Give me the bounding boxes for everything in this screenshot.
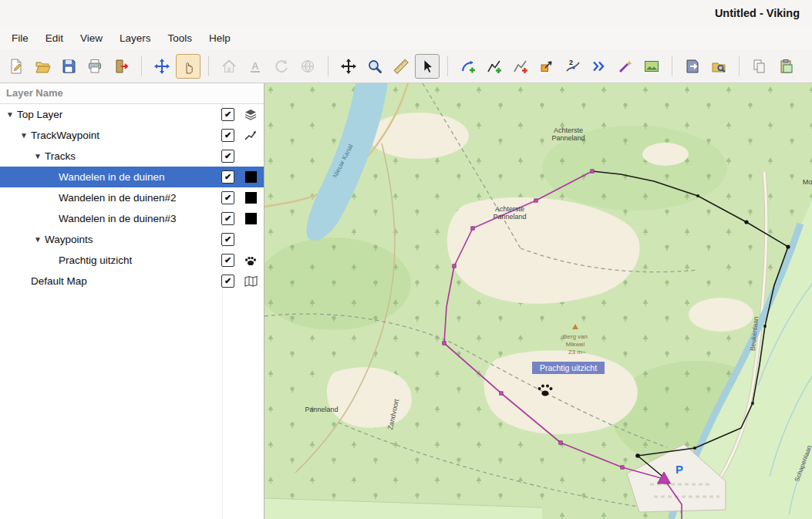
layer-row-default-map[interactable]: Default Map ✔: [0, 271, 264, 292]
goto-location-button[interactable]: A: [243, 54, 268, 79]
create-track-button[interactable]: [482, 54, 507, 79]
menu-tools[interactable]: Tools: [160, 29, 201, 47]
menu-help[interactable]: Help: [200, 29, 239, 47]
svg-text:2: 2: [569, 59, 573, 66]
toolbar-separator: [208, 56, 209, 76]
visibility-checkbox[interactable]: ✔: [221, 191, 234, 204]
svg-text:Panneland: Panneland: [305, 406, 338, 413]
ruler-tool-button[interactable]: [389, 54, 413, 79]
click-mode-button[interactable]: [176, 54, 200, 79]
titlebar: Untitled - Viking: [0, 0, 812, 26]
show-picture-button[interactable]: [587, 54, 612, 79]
layer-row-tracks[interactable]: ▼ Tracks ✔: [0, 146, 264, 167]
print-button[interactable]: [83, 54, 107, 79]
expander-icon[interactable]: ▼: [31, 235, 45, 244]
track-color-swatch: [241, 192, 260, 204]
create-waypoint-icon: [460, 58, 477, 75]
expander-icon[interactable]: ▼: [3, 110, 17, 119]
paw-icon: [241, 254, 260, 267]
layer-row-prachtig-uitzicht[interactable]: Prachtig uitzicht ✔: [0, 250, 264, 271]
visibility-checkbox[interactable]: ✔: [221, 150, 234, 163]
toolbar-separator: [328, 56, 329, 76]
print-icon: [86, 58, 103, 75]
magic-wand-icon: [617, 58, 634, 75]
layer-label: Tracks: [45, 150, 76, 162]
visibility-checkbox[interactable]: ✔: [221, 212, 234, 225]
menu-edit[interactable]: Edit: [37, 29, 72, 47]
pan-mode-button[interactable]: [150, 54, 174, 79]
layers-tree: ▼ Top Layer ✔ ▼ TrackWaypoint ✔: [0, 104, 264, 292]
toolbar-separator: [672, 56, 672, 76]
copy-button[interactable]: [747, 54, 772, 79]
new-button[interactable]: [4, 54, 29, 79]
home-icon: [221, 58, 238, 75]
edit-waypoint-button[interactable]: [534, 54, 559, 79]
hand-pointer-icon: [180, 58, 197, 75]
layer-label: Wandelen in de duinen#2: [59, 192, 177, 204]
visibility-checkbox[interactable]: ✔: [221, 254, 234, 267]
visibility-checkbox[interactable]: ✔: [221, 108, 234, 121]
map-area[interactable]: P: [264, 83, 812, 519]
layer-label: TrackWaypoint: [31, 130, 99, 141]
layer-row-trackwaypoint[interactable]: ▼ TrackWaypoint ✔: [0, 125, 264, 146]
map-canvas[interactable]: P: [264, 83, 812, 519]
toolbar-separator: [141, 56, 142, 76]
visibility-checkbox[interactable]: ✔: [221, 275, 234, 288]
svg-text:Panneland: Panneland: [551, 134, 585, 142]
import-search-icon: [710, 58, 727, 75]
visibility-checkbox[interactable]: ✔: [221, 170, 234, 184]
layer-label: Wandelen in de duinen#3: [59, 213, 177, 224]
trackwaypoint-icon: [241, 130, 260, 142]
pan-tool-icon: [340, 58, 357, 75]
magnifier-icon: [366, 58, 383, 75]
expander-icon[interactable]: ▼: [31, 152, 45, 160]
waypoint-label-text[interactable]: Prachtig uitzicht: [540, 363, 597, 372]
webtools-button[interactable]: [295, 54, 320, 79]
export-button[interactable]: [680, 54, 705, 79]
select-tool-button[interactable]: [415, 54, 440, 79]
export-icon: [684, 58, 701, 75]
edit-trackpoint-icon: 2: [564, 58, 581, 75]
layer-label: Top Layer: [17, 109, 62, 120]
track-color-swatch: [241, 213, 260, 224]
route-finder-button[interactable]: [613, 54, 638, 79]
layer-name-header[interactable]: Layer Name: [0, 83, 264, 104]
pan-tool-button[interactable]: [336, 54, 361, 79]
layer-row-top-layer[interactable]: ▼ Top Layer ✔: [0, 104, 264, 125]
ruler-icon: [393, 58, 409, 75]
create-route-button[interactable]: [508, 54, 533, 79]
create-track-icon: [486, 58, 503, 75]
visibility-checkbox[interactable]: ✔: [221, 233, 234, 246]
geotag-images-button[interactable]: [639, 54, 664, 79]
menu-view[interactable]: View: [72, 29, 111, 47]
edit-trackpoint-button[interactable]: 2: [561, 54, 585, 79]
visibility-checkbox[interactable]: ✔: [221, 129, 234, 142]
menu-file[interactable]: File: [3, 29, 37, 47]
parking-label: P: [676, 463, 683, 476]
layers-icon: [241, 109, 260, 121]
create-waypoint-button[interactable]: [456, 54, 480, 79]
open-button[interactable]: [30, 54, 55, 79]
menubar: File Edit View Layers Tools Help: [0, 26, 812, 49]
home-button[interactable]: [217, 54, 241, 79]
layer-row-wandelen-1[interactable]: Wandelen in de duinen ✔: [0, 167, 264, 187]
layer-row-wandelen-2[interactable]: Wandelen in de duinen#2 ✔: [0, 187, 264, 208]
import-button[interactable]: [706, 54, 731, 79]
svg-text:Achterste: Achterste: [554, 126, 583, 134]
layer-row-wandelen-3[interactable]: Wandelen in de duinen#3 ✔: [0, 208, 264, 229]
edit-waypoint-icon: [538, 58, 555, 75]
menu-layers[interactable]: Layers: [111, 29, 160, 47]
toolbar: A 2: [0, 49, 812, 83]
paste-button[interactable]: [773, 54, 798, 79]
zoom-tool-button[interactable]: [362, 54, 387, 79]
globe-icon: [299, 58, 316, 75]
copy-icon: [751, 58, 768, 75]
layer-row-waypoints[interactable]: ▼ Waypoints ✔: [0, 229, 264, 250]
exit-button[interactable]: [109, 54, 133, 79]
refresh-button[interactable]: [269, 54, 294, 79]
expander-icon[interactable]: ▼: [17, 131, 31, 140]
refresh-icon: [273, 58, 290, 75]
toolbar-separator: [447, 56, 448, 76]
save-button[interactable]: [56, 54, 81, 79]
main-content: Layer Name ▼ Top Layer ✔ ▼ TrackWaypoint…: [0, 83, 812, 519]
